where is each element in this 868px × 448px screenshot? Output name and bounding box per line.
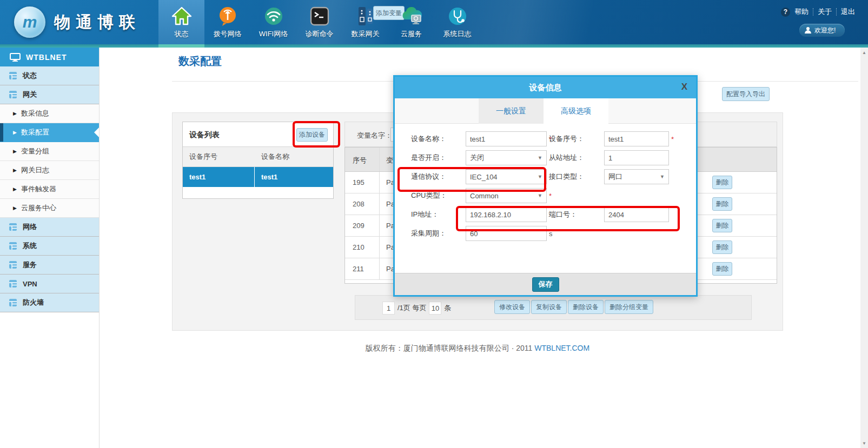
cpu-type-select[interactable]: Common▼ [466,188,547,203]
page-unit-label: 条 [444,303,451,313]
ip-address-input[interactable] [466,207,547,222]
field-slave-address: 从站地址： [549,150,669,165]
delete-group-variable-button[interactable]: 删除分组变量 [605,300,653,314]
sidebar-item-gateway-log[interactable]: ▶ 网关日志 [0,161,99,180]
sidebar-item-event-trigger[interactable]: ▶ 事件触发器 [0,180,99,199]
modal-header: 设备信息 X [395,77,696,98]
page-size-input[interactable] [429,302,441,315]
sidebar-divider [99,48,100,448]
sidebar-item-daq-config[interactable]: ▶ 数采配置 [0,123,99,142]
modify-device-button[interactable]: 修改设备 [494,300,530,314]
tab-advanced-options[interactable]: 高级选项 [544,98,608,124]
required-marker: * [671,135,674,143]
top-links: ? 帮助 关于 退出 [781,7,855,17]
wifi-icon [263,4,284,28]
brand-name: 物通博联 [54,11,141,34]
protocol-select[interactable]: IEC_104▼ [466,169,547,184]
nav-item-cloud[interactable]: 云服务 [388,0,434,48]
device-row-selected[interactable]: test1 test1 [183,167,333,187]
delete-button[interactable]: 删除 [712,197,732,211]
chevron-down-icon: ▼ [538,193,542,198]
nav-item-dialup[interactable]: 拨号网络 [204,0,250,48]
sidebar-item-daq-info[interactable]: ▶ 数采信息 [0,104,99,123]
slave-address-input[interactable] [604,150,669,165]
table-icon [9,242,17,250]
delete-button[interactable]: 删除 [712,219,732,232]
sidebar-item-variable-group[interactable]: ▶ 变量分组 [0,142,99,161]
syslog-icon [447,4,468,28]
modal-body: 设备名称： * 是否开启： 关闭▼ 通信协议： IEC_104▼ CPU类型： … [395,124,696,273]
field-poll-period: 采集周期： s [411,226,553,241]
vertical-scrollbar[interactable]: ▲ ▼ [860,48,868,448]
sidebar-item-network[interactable]: 网络 [0,218,99,237]
page-of-label: /1页 每页 [397,303,426,313]
table-icon [9,90,17,99]
sidebar-header: WTBLNET [0,48,99,66]
nav-item-wifi[interactable]: WIFI网络 [250,0,296,48]
tab-general-settings[interactable]: 一般设置 [479,98,544,124]
col-device-serial: 设备序号 [183,147,255,166]
device-list-header: 设备列表 添加设备 [183,122,333,147]
delete-button[interactable]: 删除 [712,262,732,276]
terminal-icon [309,4,330,28]
about-link[interactable]: 关于 [818,7,832,17]
poll-period-input[interactable] [466,226,547,241]
nav-item-daq-gateway[interactable]: 数采网关 [342,0,388,48]
scroll-up-icon[interactable]: ▲ [860,49,868,56]
sidebar-item-vpn[interactable]: VPN [0,275,99,293]
nav-item-status[interactable]: 状态 [158,0,204,48]
scroll-down-icon[interactable]: ▼ [860,439,868,447]
field-device-name: 设备名称： * [411,131,552,146]
logout-link[interactable]: 退出 [841,7,855,17]
chevron-down-icon: ▼ [538,174,542,179]
field-cpu-type: CPU类型： Common▼ * [411,188,552,203]
triangle-icon: ▶ [13,149,17,154]
nav-item-diagnostics[interactable]: 诊断命令 [296,0,342,48]
field-protocol: 通信协议： IEC_104▼ [411,169,547,184]
device-list-title: 设备列表 [189,130,220,140]
field-port-number: 端口号： [549,207,669,222]
help-link[interactable]: 帮助 [794,7,809,17]
variable-name-label: 变量名字： [357,131,392,141]
sidebar-item-service[interactable]: 服务 [0,256,99,275]
col-device-name: 设备名称 [255,147,333,166]
delete-button[interactable]: 删除 [712,176,732,189]
table-icon [9,223,17,231]
save-button[interactable]: 保存 [532,277,559,292]
port-number-input[interactable] [604,207,669,222]
field-enabled: 是否开启： 关闭▼ [411,150,547,165]
add-device-button[interactable]: 添加设备 [296,128,328,142]
enabled-select[interactable]: 关闭▼ [466,150,547,165]
modal-footer: 保存 [395,273,696,295]
device-name-input[interactable] [466,131,547,146]
wtblnet-link[interactable]: WTBLNET.COM [534,344,589,352]
sidebar-item-system[interactable]: 系统 [0,237,99,256]
sidebar-item-firewall[interactable]: 防火墙 [0,293,99,312]
nav-item-syslog[interactable]: 系统日志 [434,0,480,48]
welcome-badge: 欢迎您! [799,24,845,37]
sidebar-item-status[interactable]: 状态 [0,66,99,85]
device-table-header: 设备序号 设备名称 [183,147,333,167]
close-icon[interactable]: X [681,82,687,92]
device-serial-input[interactable] [604,131,669,146]
app-window: m 物通博联 状态 拨号网络 WIFI网络 诊断命令 [0,0,868,448]
delete-button[interactable]: 删除 [712,240,732,254]
cloud-icon [400,4,423,28]
field-ip-address: IP地址： [411,207,547,222]
brand-logo: m 物通博联 [14,5,141,39]
interface-type-select[interactable]: 网口▼ [604,169,669,184]
import-export-button[interactable]: 配置导入导出 [722,87,770,101]
field-device-serial: 设备序号： * [549,131,674,146]
triangle-icon: ▶ [13,186,17,192]
sidebar-item-cloud-center[interactable]: ▶ 云服务中心 [0,199,99,218]
delete-device-button[interactable]: 删除设备 [568,300,604,314]
modal-title: 设备信息 [395,77,696,98]
copy-device-button[interactable]: 复制设备 [531,300,567,314]
divider [836,8,837,16]
triangle-icon: ▶ [13,111,17,116]
help-icon: ? [781,8,790,17]
device-actions: 修改设备 复制设备 删除设备 删除分组变量 [494,300,653,314]
page-number-input[interactable] [382,302,395,315]
seconds-suffix: s [549,230,553,238]
sidebar-item-gateway[interactable]: 网关 [0,85,99,104]
